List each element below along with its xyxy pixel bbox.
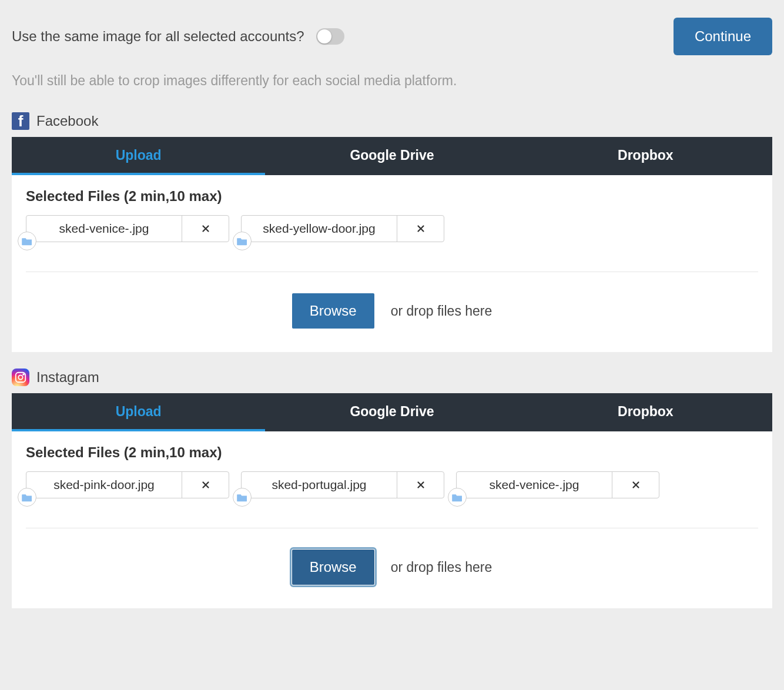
close-icon	[416, 480, 426, 490]
close-icon	[200, 223, 211, 234]
instagram-icon	[12, 369, 29, 386]
file-chip: sked-pink-door.jpg	[26, 471, 229, 498]
facebook-tabs: Upload Google Drive Dropbox	[12, 137, 772, 175]
instagram-file-chips: sked-pink-door.jpg sked-portugal.jpg	[26, 471, 758, 528]
tab-google-drive[interactable]: Google Drive	[265, 393, 518, 431]
close-icon	[200, 480, 211, 490]
continue-button[interactable]: Continue	[674, 18, 772, 55]
browse-button[interactable]: Browse	[292, 293, 374, 329]
same-image-toggle-label: Use the same image for all selected acco…	[12, 28, 304, 45]
tab-upload[interactable]: Upload	[12, 137, 265, 175]
tab-upload[interactable]: Upload	[12, 393, 265, 431]
file-name: sked-pink-door.jpg	[26, 472, 182, 498]
file-chip: sked-venice-.jpg	[456, 471, 659, 498]
facebook-file-chips: sked-venice-.jpg sked-yellow-door.jpg	[26, 215, 758, 272]
file-chip: sked-venice-.jpg	[26, 215, 229, 242]
file-name: sked-yellow-door.jpg	[242, 216, 397, 242]
selected-files-title: Selected Files (2 min,10 max)	[26, 188, 758, 205]
file-chip: sked-yellow-door.jpg	[241, 215, 444, 242]
facebook-icon: f	[12, 112, 29, 130]
browse-button[interactable]: Browse	[292, 550, 374, 585]
facebook-label: Facebook	[36, 113, 98, 129]
drop-hint-text: or drop files here	[391, 303, 492, 319]
folder-badge-icon	[18, 232, 36, 250]
file-chip: sked-portugal.jpg	[241, 471, 444, 498]
remove-file-button[interactable]	[612, 472, 659, 498]
file-name: sked-venice-.jpg	[26, 216, 182, 242]
remove-file-button[interactable]	[182, 216, 229, 242]
file-name: sked-portugal.jpg	[242, 472, 397, 498]
tab-dropbox[interactable]: Dropbox	[519, 137, 772, 175]
tab-dropbox[interactable]: Dropbox	[519, 393, 772, 431]
svg-point-1	[18, 375, 22, 379]
instagram-panel: Selected Files (2 min,10 max) sked-pink-…	[12, 431, 772, 608]
remove-file-button[interactable]	[397, 472, 444, 498]
folder-badge-icon	[233, 232, 252, 250]
close-icon	[631, 480, 641, 490]
facebook-panel: Selected Files (2 min,10 max) sked-venic…	[12, 175, 772, 352]
selected-files-title: Selected Files (2 min,10 max)	[26, 444, 758, 461]
subhint-text: You'll still be able to crop images diff…	[12, 73, 772, 89]
remove-file-button[interactable]	[182, 472, 229, 498]
folder-badge-icon	[18, 488, 36, 507]
instagram-tabs: Upload Google Drive Dropbox	[12, 393, 772, 431]
folder-badge-icon	[448, 488, 467, 507]
same-image-toggle[interactable]	[316, 28, 344, 45]
svg-point-2	[23, 374, 24, 375]
folder-badge-icon	[233, 488, 252, 507]
remove-file-button[interactable]	[397, 216, 444, 242]
tab-google-drive[interactable]: Google Drive	[265, 137, 518, 175]
instagram-label: Instagram	[36, 369, 99, 386]
close-icon	[416, 223, 426, 234]
file-name: sked-venice-.jpg	[457, 472, 612, 498]
drop-hint-text: or drop files here	[391, 560, 492, 575]
toggle-knob	[317, 29, 331, 43]
